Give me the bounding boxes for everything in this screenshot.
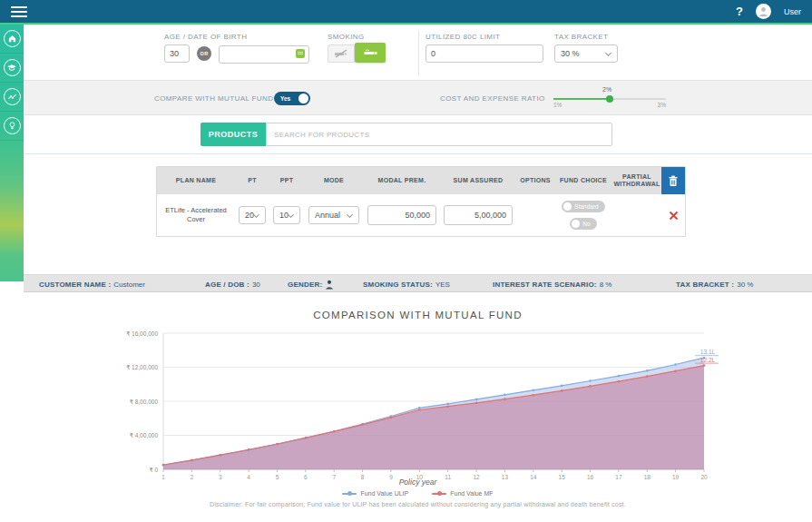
plan-name: ETLife - Accelerated Cover bbox=[157, 206, 235, 225]
delete-all-button[interactable] bbox=[661, 167, 685, 194]
svg-text:11: 11 bbox=[445, 474, 451, 480]
svg-text:12: 12 bbox=[473, 474, 480, 480]
products-tab[interactable]: PRODUCTS bbox=[201, 123, 266, 146]
product-search-input[interactable] bbox=[266, 123, 612, 146]
svg-text:16: 16 bbox=[587, 474, 594, 480]
compare-options-row: COMPARE WITH MUTUAL FUND Yes COST AND EX… bbox=[24, 80, 812, 115]
column-header-fund-choice: FUND CHOICE bbox=[554, 167, 612, 194]
age-input[interactable] bbox=[164, 44, 190, 63]
svg-text:1: 1 bbox=[161, 474, 165, 480]
smoking-label: SMOKING bbox=[328, 33, 365, 41]
svg-text:9: 9 bbox=[389, 474, 393, 480]
svg-text:15: 15 bbox=[559, 474, 566, 480]
toggle-knob bbox=[563, 202, 572, 211]
svg-text:17: 17 bbox=[615, 474, 622, 480]
plan-table-header: PLAN NAMEPTPPTMODEMODAL PREM.SUM ASSURED… bbox=[157, 167, 685, 194]
slider-value: 2% bbox=[602, 86, 611, 93]
sidebar-item-performance[interactable] bbox=[0, 83, 24, 112]
no-smoking-icon bbox=[334, 49, 348, 58]
smoking-toggle bbox=[328, 43, 386, 63]
chevron-down-icon bbox=[288, 212, 294, 218]
svg-text:19: 19 bbox=[672, 474, 680, 480]
delete-plan-button[interactable] bbox=[661, 194, 685, 236]
dob-field-wrap bbox=[219, 44, 309, 63]
person-icon bbox=[758, 5, 769, 17]
comparison-chart: ₹ 0₹ 4,00,000₹ 8,00,000₹ 12,00,000₹ 16,0… bbox=[24, 323, 812, 481]
column-header-ppt: PPT bbox=[269, 167, 304, 194]
svg-text:₹ 4,00,000: ₹ 4,00,000 bbox=[130, 432, 159, 438]
svg-text:13.1L: 13.1L bbox=[700, 349, 716, 355]
tax-bracket-value: 30 % bbox=[561, 49, 580, 58]
column-header-modal-prem-: MODAL PREM. bbox=[364, 167, 440, 194]
utilized-80c-input[interactable] bbox=[426, 44, 543, 63]
tax-bracket-select[interactable]: 30 % bbox=[554, 44, 618, 63]
customer-info-tax-bracket: TAX BRACKET :30 % bbox=[676, 275, 753, 293]
help-button[interactable]: ? bbox=[736, 5, 743, 18]
slider-knob[interactable] bbox=[606, 95, 613, 103]
idea-icon bbox=[4, 117, 21, 134]
customer-info-smoking-status: SMOKING STATUS:YES bbox=[363, 275, 450, 293]
form-divider bbox=[418, 30, 419, 75]
chart-section: COMPARISON WITH MUTUAL FUND ₹ 0₹ 4,00,00… bbox=[24, 310, 812, 522]
slider-min-label: 1% bbox=[553, 102, 562, 108]
svg-text:12.2L: 12.2L bbox=[700, 357, 716, 363]
chevron-down-icon bbox=[347, 212, 353, 218]
calendar-icon[interactable] bbox=[296, 49, 305, 58]
sidebar-item-education[interactable] bbox=[0, 54, 24, 83]
mode-select[interactable]: Annual bbox=[308, 206, 359, 224]
svg-text:14: 14 bbox=[530, 474, 537, 480]
customer-info-customer-name: CUSTOMER NAME :Customer bbox=[39, 275, 145, 293]
svg-text:4: 4 bbox=[247, 474, 250, 480]
svg-text:7: 7 bbox=[332, 474, 336, 480]
svg-text:20: 20 bbox=[700, 474, 708, 480]
fund-choice-toggle[interactable]: Standard bbox=[562, 201, 604, 212]
age-dob-label: AGE / DATE OF BIRTH bbox=[164, 33, 247, 41]
legend-item-fund-value-ulip: Fund Value ULIP bbox=[342, 490, 408, 497]
main-content: AGE / DATE OF BIRTH OR SMOKING UTILIZED … bbox=[24, 25, 812, 522]
modal-premium-input[interactable] bbox=[367, 205, 436, 225]
compare-toggle[interactable]: Yes bbox=[274, 92, 310, 105]
svg-text:5: 5 bbox=[276, 474, 279, 480]
partial-withdrawal-toggle[interactable]: No bbox=[570, 218, 596, 230]
or-badge: OR bbox=[197, 46, 211, 61]
sidebar-item-ideas[interactable] bbox=[0, 112, 24, 141]
ppt-select[interactable]: 10 bbox=[273, 206, 300, 224]
partial-withdrawal-cell bbox=[612, 194, 661, 236]
compare-toggle-value: Yes bbox=[280, 95, 290, 102]
smoker-button[interactable] bbox=[355, 43, 386, 63]
top-bar: ? User bbox=[0, 0, 812, 23]
education-icon bbox=[4, 59, 21, 76]
svg-text:13: 13 bbox=[502, 474, 509, 480]
toggle-knob bbox=[572, 220, 580, 228]
sidebar-item-home[interactable] bbox=[0, 25, 24, 54]
pt-select[interactable]: 20 bbox=[239, 206, 266, 224]
sum-assured-input[interactable] bbox=[444, 205, 513, 225]
user-label[interactable]: User bbox=[784, 7, 801, 16]
svg-text:₹ 12,00,000: ₹ 12,00,000 bbox=[126, 364, 158, 370]
plan-table-section: PLAN NAMEPTPPTMODEMODAL PREM.SUM ASSURED… bbox=[24, 154, 812, 274]
column-header-partial-withdrawal: PARTIAL WITHDRAWAL bbox=[612, 167, 661, 194]
column-header-pt: PT bbox=[235, 167, 269, 194]
chart-legend: Fund Value ULIPFund Value MF bbox=[24, 490, 812, 497]
close-icon bbox=[669, 211, 679, 221]
person-icon[interactable] bbox=[325, 280, 334, 290]
plan-table: PLAN NAMEPTPPTMODEMODAL PREM.SUM ASSURED… bbox=[156, 166, 686, 237]
app-window: ? User AGE / DATE OF BIRTH OR SM bbox=[0, 0, 812, 522]
svg-text:2: 2 bbox=[191, 474, 194, 480]
avatar[interactable] bbox=[756, 4, 771, 19]
non-smoker-button[interactable] bbox=[328, 44, 355, 63]
menu-icon[interactable] bbox=[11, 4, 27, 20]
toggle-knob bbox=[298, 94, 308, 103]
plan-table-row: ETLife - Accelerated Cover 20 10 Annual … bbox=[157, 194, 685, 236]
smoking-icon bbox=[363, 48, 378, 57]
customer-summary-bar: CUSTOMER NAME :CustomerAGE / DOB :30GEND… bbox=[24, 274, 812, 292]
options-cell bbox=[516, 194, 554, 236]
customer-info-interest-rate-scenario: INTEREST RATE SCENARIO:8 % bbox=[493, 275, 611, 293]
customer-info-age-dob: AGE / DOB :30 bbox=[205, 275, 260, 293]
column-header-mode: MODE bbox=[304, 167, 364, 194]
cost-expense-ratio-label: COST AND EXPENSE RATIO bbox=[440, 94, 545, 103]
home-icon bbox=[4, 30, 21, 47]
svg-text:3: 3 bbox=[219, 474, 222, 480]
column-header-options: OPTIONS bbox=[516, 167, 554, 194]
svg-text:6: 6 bbox=[304, 474, 308, 480]
